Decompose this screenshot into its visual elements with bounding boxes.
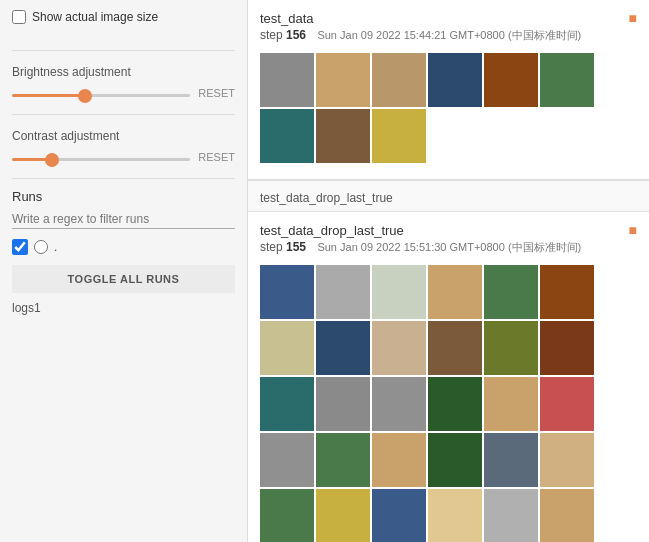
run-radio[interactable] (34, 240, 48, 254)
image-cell (372, 377, 426, 431)
image-cell (260, 377, 314, 431)
contrast-slider-container (12, 149, 190, 164)
image-cell (540, 53, 594, 107)
brightness-reset-button[interactable]: RESET (198, 87, 235, 99)
contrast-reset-button[interactable]: RESET (198, 151, 235, 163)
section-test-data-drop-last-true: test_data_drop_last_true ■ step 155 Sun … (248, 212, 649, 542)
image-cell (484, 377, 538, 431)
step-label-2: step (260, 240, 286, 254)
section-test-data-title-row: test_data ■ (260, 10, 637, 26)
show-actual-size-row: Show actual image size (12, 10, 235, 24)
image-cell (372, 109, 426, 163)
image-cell (428, 433, 482, 487)
image-cell (540, 321, 594, 375)
image-cell (316, 265, 370, 319)
run-checkbox[interactable] (12, 239, 28, 255)
contrast-row: RESET (12, 149, 235, 164)
brightness-slider-container (12, 85, 190, 100)
contrast-slider[interactable] (12, 158, 190, 161)
run-dot-label: . (54, 240, 57, 254)
image-cell (540, 265, 594, 319)
section-drop-last-true-header: test_data_drop_last_true ■ step 155 Sun … (248, 212, 649, 261)
image-cell (484, 489, 538, 542)
section-drop-last-true-step-info: step 155 Sun Jan 09 2022 15:51:30 GMT+08… (260, 240, 637, 255)
image-cell (372, 265, 426, 319)
image-cell (372, 489, 426, 542)
image-cell (372, 321, 426, 375)
image-cell (372, 433, 426, 487)
left-panel: Show actual image size Brightness adjust… (0, 0, 248, 542)
image-cell (316, 433, 370, 487)
image-cell (428, 377, 482, 431)
step-num-2: 155 (286, 240, 306, 254)
image-cell (484, 53, 538, 107)
image-cell (484, 433, 538, 487)
timestamp-2: Sun Jan 09 2022 15:51:30 GMT+0800 (中国标准时… (317, 241, 581, 253)
show-actual-size-label: Show actual image size (32, 10, 158, 24)
step-label-0: step (260, 28, 286, 42)
show-actual-size-checkbox[interactable] (12, 10, 26, 24)
image-cell (540, 489, 594, 542)
image-cell (484, 265, 538, 319)
timestamp-0: Sun Jan 09 2022 15:44:21 GMT+0800 (中国标准时… (317, 29, 581, 41)
brightness-slider[interactable] (12, 94, 190, 97)
divider-3 (12, 178, 235, 179)
image-cell (428, 265, 482, 319)
step-num-0: 156 (286, 28, 306, 42)
section-separator-drop-last-true: test_data_drop_last_true (248, 180, 649, 212)
divider-1 (12, 50, 235, 51)
image-cell (484, 321, 538, 375)
image-cell (316, 489, 370, 542)
image-cell (260, 321, 314, 375)
image-cell (260, 433, 314, 487)
image-cell (428, 53, 482, 107)
image-cell (540, 377, 594, 431)
image-cell (316, 53, 370, 107)
brightness-row: RESET (12, 85, 235, 100)
section-test-data-header: test_data ■ step 156 Sun Jan 09 2022 15:… (248, 0, 649, 49)
section-drop-last-true-name: test_data_drop_last_true (260, 223, 404, 238)
runs-filter-row: . (12, 239, 235, 255)
brightness-label: Brightness adjustment (12, 65, 235, 79)
image-cell (540, 433, 594, 487)
runs-filter-input[interactable] (12, 210, 235, 229)
runs-label: Runs (12, 189, 235, 204)
image-cell (428, 321, 482, 375)
image-cell (316, 109, 370, 163)
section-test-data-step-info: step 156 Sun Jan 09 2022 15:44:21 GMT+08… (260, 28, 637, 43)
image-grid-0 (248, 49, 649, 167)
logs-label: logs1 (12, 301, 235, 315)
expand-icon-2[interactable]: ■ (629, 222, 637, 238)
expand-icon[interactable]: ■ (629, 10, 637, 26)
section-test-data: test_data ■ step 156 Sun Jan 09 2022 15:… (248, 0, 649, 180)
image-cell (316, 321, 370, 375)
image-cell (260, 53, 314, 107)
image-cell (428, 489, 482, 542)
right-panel: test_data ■ step 156 Sun Jan 09 2022 15:… (248, 0, 649, 542)
divider-2 (12, 114, 235, 115)
section-test-data-name: test_data (260, 11, 314, 26)
image-cell (372, 53, 426, 107)
contrast-label: Contrast adjustment (12, 129, 235, 143)
image-cell (260, 265, 314, 319)
image-grid-2 (248, 261, 649, 542)
section-drop-last-true-title-row: test_data_drop_last_true ■ (260, 222, 637, 238)
image-cell (260, 109, 314, 163)
toggle-all-runs-button[interactable]: TOGGLE ALL RUNS (12, 265, 235, 293)
image-cell (260, 489, 314, 542)
image-cell (316, 377, 370, 431)
separator-label: test_data_drop_last_true (260, 191, 393, 205)
